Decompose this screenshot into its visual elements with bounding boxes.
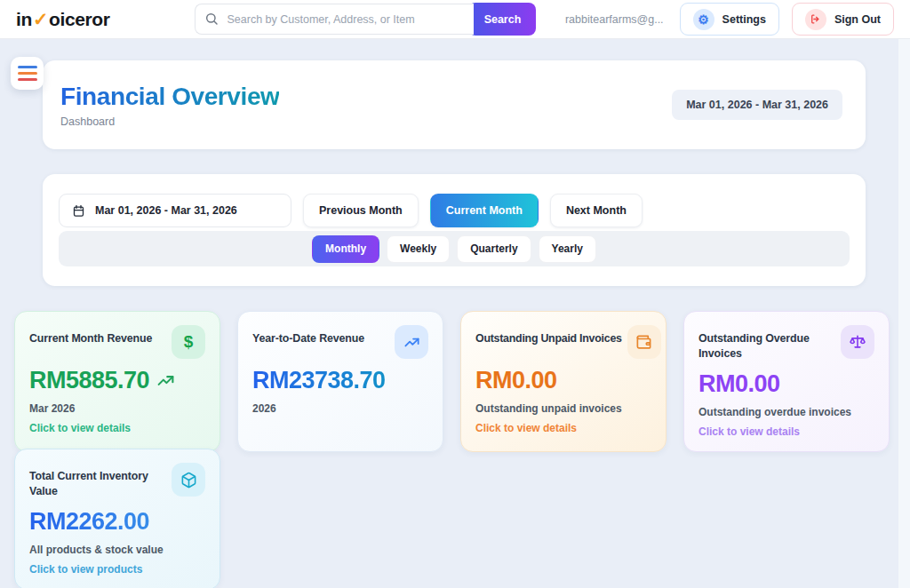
- date-controls-row: Mar 01, 2026 - Mar 31, 2026 Previous Mon…: [59, 194, 850, 227]
- search-input[interactable]: [195, 4, 474, 35]
- menu-bar: [18, 72, 37, 75]
- card-title: Year-to-Date Revenue: [252, 325, 364, 346]
- logout-icon: [805, 9, 826, 30]
- title-block: Financial Overview Dashboard: [60, 83, 279, 128]
- card-title: Outstanding Unpaid Invoices: [475, 325, 622, 346]
- scales-icon: [841, 325, 874, 359]
- next-month-button[interactable]: Next Month: [550, 194, 643, 227]
- search-button[interactable]: Search: [468, 3, 536, 36]
- card-overdue-invoices[interactable]: Outstanding Overdue Invoices RM0.00 Outs…: [683, 311, 890, 452]
- breadcrumb: Dashboard: [60, 115, 279, 128]
- page-title: Financial Overview: [60, 83, 279, 111]
- card-title: Current Month Revenue: [29, 325, 152, 346]
- dashboard-screen: in✓oiceror Search rabbitearfarms@g... ⚙ …: [0, 0, 910, 588]
- card-head: Outstanding Unpaid Invoices: [475, 325, 651, 359]
- card-value: RM2262.00: [29, 508, 205, 536]
- overview-header-panel: Financial Overview Dashboard Mar 01, 202…: [43, 60, 866, 149]
- view-details-link[interactable]: Click to view details: [698, 425, 874, 438]
- menu-bar: [18, 66, 37, 68]
- logo-prefix: in: [16, 9, 32, 29]
- package-icon: [172, 463, 205, 497]
- card-value-text: RM5885.70: [29, 367, 149, 394]
- menu-button[interactable]: [11, 57, 44, 90]
- date-range-input[interactable]: Mar 01, 2026 - Mar 31, 2026: [59, 194, 291, 227]
- view-details-link[interactable]: Click to view details: [29, 422, 205, 434]
- date-range-value: Mar 01, 2026 - Mar 31, 2026: [95, 204, 237, 217]
- settings-button[interactable]: ⚙ Settings: [680, 3, 779, 36]
- gear-icon: ⚙: [693, 9, 714, 30]
- logo-suffix: oiceror: [49, 9, 109, 29]
- tab-quarterly[interactable]: Quarterly: [457, 235, 531, 263]
- card-subtext: Outstanding unpaid invoices: [475, 402, 651, 415]
- search-icon: [204, 12, 219, 26]
- card-value: RM0.00: [475, 367, 651, 394]
- date-range-badge: Mar 01, 2026 - Mar 31, 2026: [672, 90, 842, 120]
- trend-up-icon: [156, 371, 175, 390]
- card-inventory-value[interactable]: Total Current Inventory Value RM2262.00 …: [14, 449, 220, 588]
- scrollbar-track[interactable]: [898, 39, 910, 588]
- card-head: Outstanding Overdue Invoices: [698, 325, 874, 362]
- card-value: RM0.00: [698, 370, 874, 398]
- trending-up-icon: [395, 325, 428, 359]
- card-head: Current Month Revenue $: [29, 325, 205, 359]
- card-title: Outstanding Overdue Invoices: [698, 325, 835, 362]
- global-search: Search: [195, 3, 536, 36]
- card-subtext: 2026: [252, 402, 428, 415]
- card-value: RM5885.70: [29, 367, 205, 394]
- top-bar: in✓oiceror Search rabbitearfarms@g... ⚙ …: [0, 0, 910, 39]
- tab-yearly[interactable]: Yearly: [539, 235, 596, 263]
- wallet-icon: [627, 325, 661, 359]
- card-unpaid-invoices[interactable]: Outstanding Unpaid Invoices RM0.00 Outst…: [460, 311, 667, 452]
- card-subtext: All products & stock value: [29, 544, 205, 556]
- card-subtext: Mar 2026: [29, 402, 205, 415]
- menu-bar: [18, 78, 37, 81]
- card-value: RM23738.70: [252, 367, 428, 394]
- filter-panel: Mar 01, 2026 - Mar 31, 2026 Previous Mon…: [43, 174, 866, 286]
- app-logo: in✓oiceror: [16, 9, 109, 30]
- card-title: Total Current Inventory Value: [29, 463, 166, 500]
- user-email: rabbitearfarms@g...: [565, 13, 664, 26]
- tab-weekly[interactable]: Weekly: [387, 235, 450, 263]
- search-box: [195, 4, 474, 35]
- sign-out-label: Sign Out: [834, 13, 881, 26]
- card-head: Total Current Inventory Value: [29, 463, 205, 500]
- previous-month-button[interactable]: Previous Month: [303, 194, 419, 227]
- sign-out-button[interactable]: Sign Out: [792, 3, 894, 36]
- stat-cards-row: Current Month Revenue $ RM5885.70 Mar 20…: [14, 311, 890, 452]
- view-details-link[interactable]: Click to view details: [475, 422, 651, 434]
- settings-label: Settings: [722, 13, 766, 26]
- period-tabs-bar: Monthly Weekly Quarterly Yearly: [59, 231, 850, 266]
- tab-monthly[interactable]: Monthly: [312, 235, 379, 263]
- current-month-button[interactable]: Current Month: [430, 194, 539, 227]
- card-ytd-revenue[interactable]: Year-to-Date Revenue RM23738.70 2026: [237, 311, 443, 452]
- card-current-month-revenue[interactable]: Current Month Revenue $ RM5885.70 Mar 20…: [14, 311, 220, 452]
- card-head: Year-to-Date Revenue: [252, 325, 428, 359]
- dollar-icon: $: [172, 325, 205, 359]
- card-subtext: Outstanding overdue invoices: [698, 406, 874, 418]
- view-products-link[interactable]: Click to view products: [29, 563, 205, 576]
- calendar-icon: [72, 204, 85, 218]
- check-icon: ✓: [32, 9, 49, 29]
